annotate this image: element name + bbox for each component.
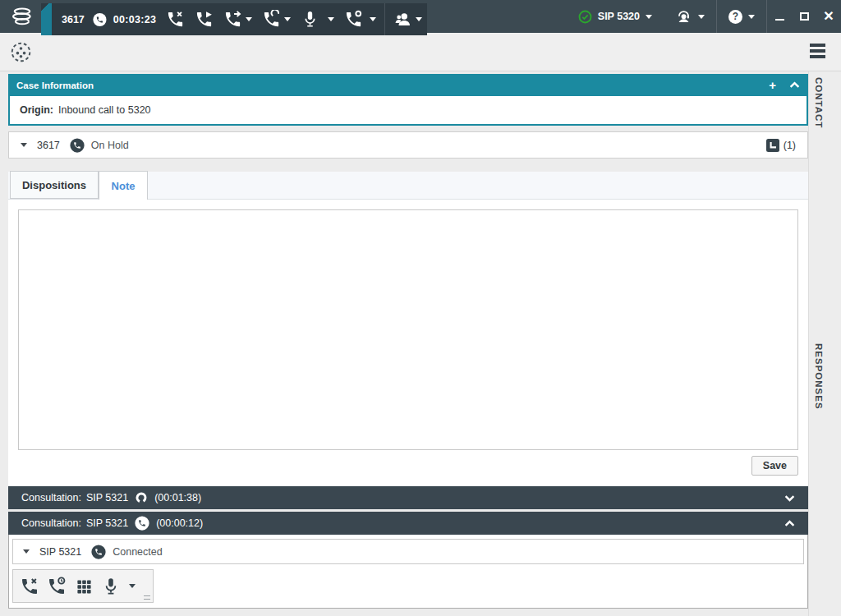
call-status-icon [135, 516, 149, 531]
resume-call-icon [195, 10, 214, 29]
consultation-held-bar[interactable]: Consultation: SIP 5321 (00:01:38) [8, 486, 808, 509]
agent-headset-icon [675, 8, 692, 25]
consultation-call-target: SIP 5321 [39, 546, 81, 558]
active-call-row[interactable]: 3617 On Hold (1) [8, 131, 808, 159]
maximize-button[interactable] [792, 0, 816, 33]
end-call-icon [20, 577, 39, 596]
genesys-logo-icon [10, 6, 34, 27]
call-control-panel: 3617 00:03:23 [41, 3, 427, 35]
help-icon: ? [728, 10, 742, 24]
workspace-window: Genesys • Workspace SIP 5320 ? [0, 0, 841, 616]
active-call-number: 3617 [37, 140, 60, 151]
case-information-body: Origin: Inbound call to 5320 [8, 96, 808, 126]
consultation-duration: (00:01:38) [154, 492, 201, 503]
tab-responses[interactable]: RESPONSES [814, 343, 824, 410]
end-consultation-button[interactable] [20, 577, 39, 596]
chevron-down-icon [246, 17, 252, 21]
tab-note[interactable]: Note [99, 171, 148, 200]
chevron-down-icon [698, 15, 705, 19]
tab-dispositions-label: Dispositions [22, 179, 86, 191]
end-call-button[interactable] [161, 3, 190, 35]
interaction-toolbar [0, 33, 841, 71]
note-panel: Save [8, 200, 808, 486]
maximize-icon [800, 12, 809, 21]
transfer-icon [223, 10, 242, 29]
tab-strip: Dispositions Note [8, 172, 808, 200]
case-information-title: Case Information [16, 80, 94, 90]
chevron-down-icon [646, 15, 652, 19]
mute-icon [301, 10, 319, 29]
collapse-case-button[interactable] [789, 81, 800, 89]
agent-menu[interactable] [664, 0, 716, 33]
interaction-icon [10, 41, 32, 63]
consultation-active-bar[interactable]: Consultation: SIP 5321 (00:00:12) [8, 512, 808, 535]
call-timer: 00:03:23 [113, 14, 156, 25]
end-call-icon [166, 10, 185, 29]
menu-icon [810, 44, 825, 47]
caller-number: 3617 [62, 14, 85, 25]
mute-icon [101, 577, 121, 596]
consultation-duration: (00:00:12) [156, 517, 203, 529]
resume-call-button[interactable] [190, 3, 218, 35]
close-button[interactable]: ✕ [816, 0, 841, 33]
consult-button[interactable] [339, 3, 381, 35]
call-status-icon [70, 138, 85, 153]
instant-conference-button[interactable] [257, 3, 296, 35]
add-case-data-button[interactable]: + [769, 79, 776, 91]
consultation-call-row[interactable]: SIP 5321 Connected [12, 539, 804, 564]
consultation-target: SIP 5321 [86, 517, 128, 529]
save-button[interactable]: Save [751, 456, 798, 476]
consultation-target: SIP 5321 [86, 492, 128, 503]
chevron-down-icon [129, 584, 136, 588]
keypad-button[interactable] [74, 577, 94, 596]
party-action-icon [393, 10, 412, 29]
hold-status-icon [135, 491, 148, 504]
status-ok-icon [578, 10, 592, 24]
chevron-down-icon [328, 17, 334, 21]
call-status-icon [91, 545, 106, 559]
hold-call-icon [47, 577, 67, 596]
chevron-down-icon [416, 17, 422, 21]
case-information-header: Case Information + [8, 74, 808, 96]
instant-transfer-button[interactable] [218, 3, 257, 35]
party-count-icon [766, 139, 779, 152]
tab-note-label: Note [112, 180, 136, 192]
minimize-icon [775, 19, 784, 21]
chevron-up-icon [784, 520, 795, 527]
consult-icon [344, 10, 363, 29]
chevron-down-icon [784, 494, 795, 502]
tab-contact[interactable]: CONTACT [814, 77, 824, 128]
party-count: (1) [784, 140, 796, 151]
hold-consultation-button[interactable] [47, 577, 67, 596]
resize-grip-icon[interactable] [144, 595, 150, 600]
consultation-label: Consultation: [21, 517, 81, 529]
chevron-down-icon [284, 17, 291, 21]
chevron-down-icon [370, 17, 376, 21]
party-action-button[interactable] [388, 3, 427, 35]
expander-caret-icon [23, 549, 30, 554]
consultation-label: Consultation: [21, 492, 81, 503]
interaction-preview-button[interactable] [10, 41, 32, 63]
note-textarea[interactable] [18, 209, 798, 450]
divider [384, 3, 385, 35]
chevron-down-icon [748, 15, 755, 19]
call-status-icon [93, 11, 107, 28]
side-tab-strip: CONTACT RESPONSES [808, 71, 841, 616]
minimize-button[interactable] [767, 0, 792, 33]
tab-dispositions[interactable]: Dispositions [10, 171, 99, 199]
agent-status-menu[interactable]: SIP 5320 [567, 0, 664, 33]
expander-caret-icon [21, 143, 27, 147]
agent-status-label: SIP 5320 [598, 11, 640, 22]
mute-consultation-button[interactable] [101, 577, 136, 596]
consultation-panel: SIP 5321 Connected [8, 535, 808, 609]
consultation-call-state: Connected [113, 546, 162, 558]
close-icon: ✕ [823, 10, 834, 23]
help-menu[interactable]: ? [717, 0, 766, 33]
main-menu-button[interactable] [810, 44, 826, 60]
keypad-icon [74, 577, 94, 596]
origin-value: Inbound call to 5320 [58, 104, 151, 116]
conference-icon [262, 10, 281, 29]
call-state-label: On Hold [91, 140, 129, 151]
mute-button[interactable] [296, 3, 339, 35]
window-controls: ✕ [767, 0, 841, 33]
